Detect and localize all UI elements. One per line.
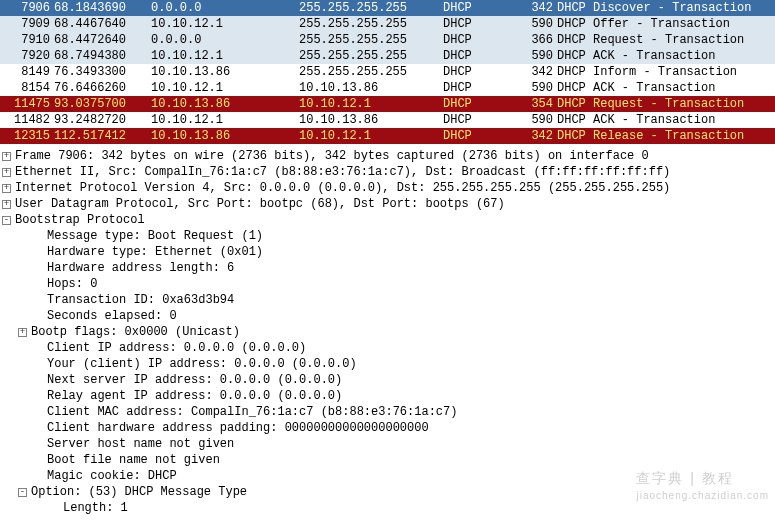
- detail-line[interactable]: +Bootp flags: 0x0000 (Unicast): [2, 324, 775, 340]
- packet-row[interactable]: 791068.44726400.0.0.0255.255.255.255DHCP…: [0, 32, 775, 48]
- expand-icon[interactable]: +: [2, 152, 11, 161]
- detail-line[interactable]: -Bootstrap Protocol: [2, 212, 775, 228]
- packet-no: 7920: [0, 48, 54, 64]
- packet-no: 12315: [0, 128, 54, 144]
- packet-row[interactable]: 1148293.248272010.10.12.110.10.13.86DHCP…: [0, 112, 775, 128]
- packet-info: DHCP ACK - Transaction: [557, 112, 775, 128]
- detail-line[interactable]: +Ethernet II, Src: CompalIn_76:1a:c7 (b8…: [2, 164, 775, 180]
- packet-row[interactable]: 790668.18436900.0.0.0255.255.255.255DHCP…: [0, 0, 775, 16]
- detail-line[interactable]: Hops: 0: [2, 276, 775, 292]
- detail-line[interactable]: Next server IP address: 0.0.0.0 (0.0.0.0…: [2, 372, 775, 388]
- expand-icon[interactable]: +: [18, 328, 27, 337]
- detail-text: Your (client) IP address: 0.0.0.0 (0.0.0…: [47, 356, 357, 372]
- packet-protocol: DHCP: [443, 64, 523, 80]
- packet-protocol: DHCP: [443, 16, 523, 32]
- packet-row[interactable]: 814976.349330010.10.13.86255.255.255.255…: [0, 64, 775, 80]
- detail-text: Option: (53) DHCP Message Type: [31, 484, 247, 500]
- detail-text: Length: 1: [63, 500, 128, 516]
- packet-details[interactable]: +Frame 7906: 342 bytes on wire (2736 bit…: [0, 148, 775, 516]
- detail-text: Internet Protocol Version 4, Src: 0.0.0.…: [15, 180, 670, 196]
- detail-text: Server host name not given: [47, 436, 234, 452]
- packet-info: DHCP Discover - Transaction: [557, 0, 775, 16]
- packet-info: DHCP ACK - Transaction: [557, 80, 775, 96]
- detail-line[interactable]: +User Datagram Protocol, Src Port: bootp…: [2, 196, 775, 212]
- detail-line[interactable]: Hardware address length: 6: [2, 260, 775, 276]
- packet-time: 68.7494380: [54, 48, 151, 64]
- packet-protocol: DHCP: [443, 48, 523, 64]
- packet-destination: 10.10.12.1: [299, 96, 443, 112]
- packet-length: 366: [523, 32, 557, 48]
- packet-destination: 255.255.255.255: [299, 64, 443, 80]
- detail-line[interactable]: -Option: (53) DHCP Message Type: [2, 484, 775, 500]
- packet-no: 11475: [0, 96, 54, 112]
- packet-info: DHCP Release - Transaction: [557, 128, 775, 144]
- packet-no: 7909: [0, 16, 54, 32]
- packet-protocol: DHCP: [443, 0, 523, 16]
- detail-line[interactable]: Message type: Boot Request (1): [2, 228, 775, 244]
- packet-protocol: DHCP: [443, 112, 523, 128]
- detail-text: Message type: Boot Request (1): [47, 228, 263, 244]
- packet-destination: 255.255.255.255: [299, 16, 443, 32]
- packet-protocol: DHCP: [443, 80, 523, 96]
- detail-line[interactable]: Your (client) IP address: 0.0.0.0 (0.0.0…: [2, 356, 775, 372]
- detail-line[interactable]: +Internet Protocol Version 4, Src: 0.0.0…: [2, 180, 775, 196]
- detail-line[interactable]: +Frame 7906: 342 bytes on wire (2736 bit…: [2, 148, 775, 164]
- packet-time: 68.4472640: [54, 32, 151, 48]
- packet-length: 590: [523, 48, 557, 64]
- packet-time: 93.0375700: [54, 96, 151, 112]
- detail-text: Bootp flags: 0x0000 (Unicast): [31, 324, 240, 340]
- expand-icon[interactable]: +: [2, 184, 11, 193]
- packet-row[interactable]: 815476.646626010.10.12.110.10.13.86DHCP5…: [0, 80, 775, 96]
- packet-source: 0.0.0.0: [151, 32, 299, 48]
- packet-info: DHCP ACK - Transaction: [557, 48, 775, 64]
- packet-length: 590: [523, 112, 557, 128]
- packet-row[interactable]: 12315112.51741210.10.13.8610.10.12.1DHCP…: [0, 128, 775, 144]
- packet-info: DHCP Inform - Transaction: [557, 64, 775, 80]
- packet-time: 68.4467640: [54, 16, 151, 32]
- detail-line[interactable]: Relay agent IP address: 0.0.0.0 (0.0.0.0…: [2, 388, 775, 404]
- detail-line[interactable]: Client MAC address: CompalIn_76:1a:c7 (b…: [2, 404, 775, 420]
- packet-row[interactable]: 1147593.037570010.10.13.8610.10.12.1DHCP…: [0, 96, 775, 112]
- detail-line[interactable]: Client hardware address padding: 0000000…: [2, 420, 775, 436]
- detail-line[interactable]: Boot file name not given: [2, 452, 775, 468]
- packet-time: 76.3493300: [54, 64, 151, 80]
- packet-row[interactable]: 792068.749438010.10.12.1255.255.255.255D…: [0, 48, 775, 64]
- detail-line[interactable]: Client IP address: 0.0.0.0 (0.0.0.0): [2, 340, 775, 356]
- packet-destination: 255.255.255.255: [299, 0, 443, 16]
- detail-line[interactable]: Magic cookie: DHCP: [2, 468, 775, 484]
- detail-line[interactable]: Seconds elapsed: 0: [2, 308, 775, 324]
- packet-no: 8149: [0, 64, 54, 80]
- detail-text: Frame 7906: 342 bytes on wire (2736 bits…: [15, 148, 649, 164]
- packet-row[interactable]: 790968.446764010.10.12.1255.255.255.255D…: [0, 16, 775, 32]
- packet-info: DHCP Offer - Transaction: [557, 16, 775, 32]
- packet-no: 7906: [0, 0, 54, 16]
- detail-line[interactable]: Transaction ID: 0xa63d3b94: [2, 292, 775, 308]
- packet-length: 342: [523, 128, 557, 144]
- packet-no: 8154: [0, 80, 54, 96]
- packet-info: DHCP Request - Transaction: [557, 32, 775, 48]
- detail-line[interactable]: Length: 1: [2, 500, 775, 516]
- detail-text: User Datagram Protocol, Src Port: bootpc…: [15, 196, 505, 212]
- packet-length: 590: [523, 80, 557, 96]
- detail-text: Client MAC address: CompalIn_76:1a:c7 (b…: [47, 404, 457, 420]
- packet-time: 93.2482720: [54, 112, 151, 128]
- collapse-icon[interactable]: -: [2, 216, 11, 225]
- detail-text: Client IP address: 0.0.0.0 (0.0.0.0): [47, 340, 306, 356]
- detail-line[interactable]: Hardware type: Ethernet (0x01): [2, 244, 775, 260]
- detail-text: Hardware type: Ethernet (0x01): [47, 244, 263, 260]
- packet-info: DHCP Request - Transaction: [557, 96, 775, 112]
- packet-list[interactable]: 790668.18436900.0.0.0255.255.255.255DHCP…: [0, 0, 775, 144]
- packet-length: 342: [523, 0, 557, 16]
- detail-line[interactable]: Server host name not given: [2, 436, 775, 452]
- detail-text: Client hardware address padding: 0000000…: [47, 420, 429, 436]
- expand-icon[interactable]: +: [2, 168, 11, 177]
- packet-length: 590: [523, 16, 557, 32]
- expand-icon[interactable]: +: [2, 200, 11, 209]
- packet-source: 0.0.0.0: [151, 0, 299, 16]
- packet-destination: 255.255.255.255: [299, 32, 443, 48]
- collapse-icon[interactable]: -: [18, 488, 27, 497]
- packet-source: 10.10.12.1: [151, 48, 299, 64]
- detail-text: Bootstrap Protocol: [15, 212, 145, 228]
- packet-length: 342: [523, 64, 557, 80]
- packet-time: 112.517412: [54, 128, 151, 144]
